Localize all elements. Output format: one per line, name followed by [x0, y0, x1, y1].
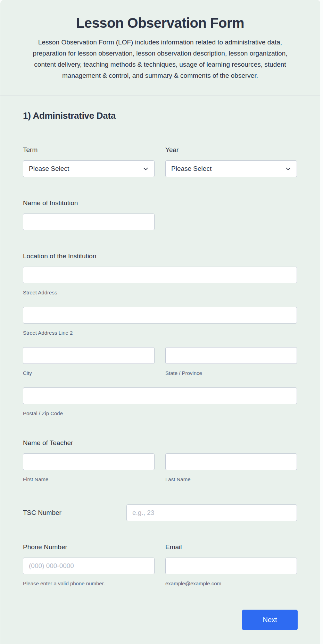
next-button[interactable]: Next — [242, 610, 298, 630]
section-administrative-data: 1) Administrative Data Term Please Selec… — [0, 95, 320, 597]
location-field: Location of the Institution Street Addre… — [23, 252, 297, 417]
term-field: Term Please Select — [23, 145, 155, 177]
last-name-sublabel: Last Name — [165, 476, 297, 483]
phone-field: Phone Number Please enter a valid phone … — [23, 543, 155, 587]
institution-label: Name of Institution — [23, 199, 297, 208]
year-field: Year Please Select — [165, 145, 297, 177]
term-select-value: Please Select — [29, 165, 69, 173]
state-province-input[interactable] — [165, 347, 297, 364]
phone-label: Phone Number — [23, 543, 155, 552]
street-address-line2-sublabel: Street Address Line 2 — [23, 329, 297, 336]
form-header: Lesson Observation Form Lesson Observati… — [0, 0, 320, 95]
teacher-field: Name of Teacher First Name Last Name — [23, 438, 297, 483]
postal-zip-sublabel: Postal / Zip Code — [23, 410, 297, 417]
street-address-line2-input[interactable] — [23, 307, 297, 324]
institution-field: Name of Institution — [23, 199, 297, 230]
tsc-number-input[interactable] — [126, 504, 297, 521]
section-heading: 1) Administrative Data — [23, 110, 297, 121]
street-row: Street Address — [23, 267, 297, 296]
street-address-sublabel: Street Address — [23, 289, 297, 296]
city-input[interactable] — [23, 347, 155, 364]
chevron-down-icon — [143, 166, 149, 172]
city-sublabel: City — [23, 370, 155, 377]
year-label: Year — [165, 145, 297, 154]
last-name-input[interactable] — [165, 453, 297, 470]
year-select[interactable]: Please Select — [165, 160, 297, 177]
form-title: Lesson Observation Form — [23, 15, 297, 31]
phone-email-row: Phone Number Please enter a valid phone … — [23, 543, 297, 587]
teacher-label: Name of Teacher — [23, 438, 297, 448]
city-state-row: City State / Province — [23, 347, 297, 377]
tsc-field: TSC Number — [23, 504, 297, 521]
postal-zip-input[interactable] — [23, 387, 297, 404]
term-select[interactable]: Please Select — [23, 160, 155, 177]
chevron-down-icon — [285, 166, 291, 172]
form-card: Lesson Observation Form Lesson Observati… — [0, 0, 320, 644]
phone-input[interactable] — [23, 558, 155, 574]
term-year-row: Term Please Select Year Please Select — [23, 145, 297, 177]
page-break-footer: Next — [0, 597, 320, 642]
form-description: Lesson Observation Form (LOF) includes i… — [25, 37, 296, 81]
institution-input[interactable] — [23, 214, 155, 230]
email-input[interactable] — [165, 558, 297, 574]
email-helper: example@example.com — [165, 580, 297, 587]
street2-row: Street Address Line 2 — [23, 307, 297, 336]
location-label: Location of the Institution — [23, 252, 297, 261]
phone-helper: Please enter a valid phone number. — [23, 580, 155, 587]
email-field: Email example@example.com — [165, 543, 297, 587]
first-name-sublabel: First Name — [23, 476, 155, 483]
street-address-input[interactable] — [23, 267, 297, 283]
term-label: Term — [23, 145, 155, 154]
email-label: Email — [165, 543, 297, 552]
postal-row: Postal / Zip Code — [23, 387, 297, 417]
institution-spacer — [165, 214, 297, 230]
year-select-value: Please Select — [171, 165, 212, 173]
tsc-label: TSC Number — [23, 508, 126, 517]
state-province-sublabel: State / Province — [165, 370, 297, 377]
first-name-input[interactable] — [23, 453, 155, 470]
